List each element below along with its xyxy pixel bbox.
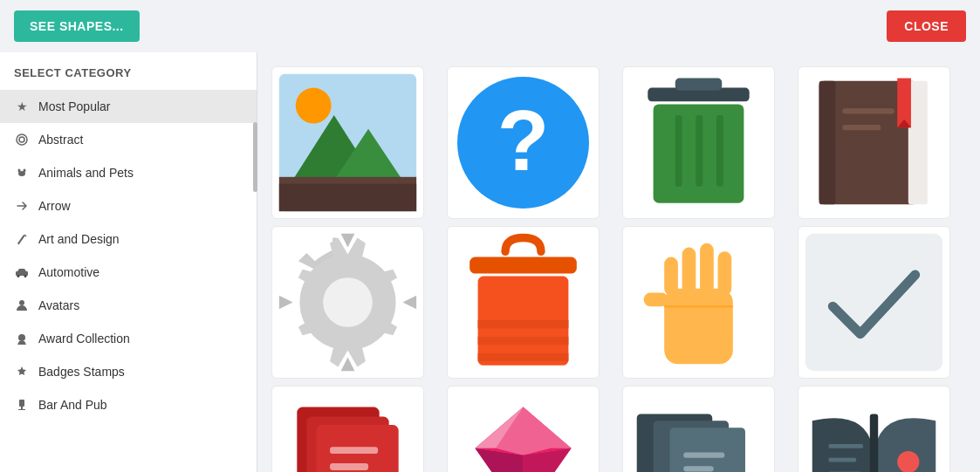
bar-icon — [14, 397, 30, 413]
svg-rect-53 — [330, 447, 378, 454]
sidebar-item-most-popular[interactable]: ★ Most Popular — [0, 90, 257, 123]
icon-grid: ? — [257, 52, 980, 472]
svg-rect-37 — [469, 257, 577, 274]
svg-point-0 — [17, 134, 27, 145]
sidebar-item-award-collection[interactable]: Award Collection — [0, 322, 257, 355]
sidebar-item-art-design[interactable]: Art and Design — [0, 222, 257, 256]
svg-rect-49 — [805, 234, 942, 371]
svg-rect-5 — [16, 271, 28, 276]
car-icon — [14, 264, 30, 280]
svg-point-7 — [24, 275, 27, 277]
icon-card-check[interactable] — [798, 226, 950, 379]
svg-point-14 — [296, 88, 332, 124]
svg-rect-29 — [819, 81, 836, 205]
svg-rect-28 — [908, 81, 928, 205]
sidebar-item-label: Badges Stamps — [38, 365, 125, 379]
sidebar-item-label: Avatars — [38, 298, 79, 312]
svg-point-1 — [19, 137, 24, 142]
svg-rect-42 — [664, 289, 733, 364]
header: SEE SHAPES... CLOSE — [0, 0, 980, 52]
svg-rect-24 — [675, 115, 682, 187]
sidebar-item-label: Art and Design — [38, 232, 120, 246]
svg-rect-10 — [19, 400, 24, 407]
svg-rect-72 — [829, 444, 863, 448]
svg-rect-67 — [683, 452, 724, 457]
award-icon — [14, 331, 30, 346]
svg-rect-46 — [718, 251, 732, 295]
svg-rect-26 — [716, 115, 723, 187]
sidebar-item-abstract[interactable]: Abstract — [0, 123, 257, 156]
svg-point-71 — [897, 451, 919, 472]
svg-rect-43 — [664, 257, 678, 296]
icon-card-trash-orange[interactable] — [447, 226, 600, 379]
star-icon: ★ — [14, 99, 30, 114]
sidebar-item-label: Award Collection — [38, 332, 130, 345]
abstract-icon — [14, 132, 30, 147]
sidebar: SELECT CATEGORY ★ Most Popular Abstract … — [0, 52, 257, 472]
sidebar-item-label: Animals and Pets — [38, 166, 134, 180]
icon-card-landscape[interactable] — [271, 66, 424, 219]
svg-rect-66 — [669, 428, 745, 472]
icon-card-gear[interactable] — [271, 226, 424, 379]
main-layout: SELECT CATEGORY ★ Most Popular Abstract … — [0, 52, 980, 472]
sidebar-item-avatars[interactable]: Avatars — [0, 289, 257, 322]
svg-point-9 — [18, 334, 25, 341]
svg-rect-54 — [330, 463, 368, 470]
icon-card-files2[interactable] — [622, 386, 775, 472]
sidebar-item-label: Arrow — [38, 199, 71, 213]
svg-point-4 — [24, 169, 26, 173]
svg-point-3 — [18, 169, 21, 173]
svg-rect-68 — [683, 466, 714, 471]
arrow-icon — [14, 198, 30, 214]
avatar-icon — [14, 298, 30, 313]
svg-rect-41 — [478, 353, 569, 361]
svg-rect-18 — [279, 184, 416, 211]
close-button[interactable]: CLOSE — [887, 10, 966, 42]
svg-point-8 — [19, 300, 24, 305]
see-shapes-button[interactable]: SEE SHAPES... — [14, 10, 140, 42]
animals-icon — [14, 165, 30, 181]
svg-rect-40 — [478, 337, 569, 345]
sidebar-item-arrow[interactable]: Arrow — [0, 189, 257, 222]
svg-point-36 — [323, 277, 373, 327]
sidebar-title: SELECT CATEGORY — [0, 66, 257, 90]
icon-card-book[interactable] — [798, 66, 950, 219]
svg-rect-33 — [842, 125, 881, 130]
sidebar-item-badges-stamps[interactable]: Badges Stamps — [0, 355, 257, 388]
icon-card-file-stack[interactable] — [271, 386, 424, 472]
svg-rect-12 — [18, 409, 25, 410]
sidebar-item-automotive[interactable]: Automotive — [0, 256, 257, 289]
sidebar-item-label: Bar And Pub — [38, 398, 107, 412]
svg-rect-73 — [829, 458, 856, 462]
svg-rect-45 — [700, 243, 714, 296]
icon-card-hand[interactable] — [622, 226, 775, 379]
svg-point-6 — [17, 275, 20, 277]
svg-rect-32 — [842, 108, 894, 113]
sidebar-item-bar-pub[interactable]: Bar And Pub — [0, 388, 257, 421]
svg-text:?: ? — [497, 93, 550, 188]
badge-icon — [14, 364, 30, 380]
sidebar-item-label: Most Popular — [38, 99, 110, 113]
sidebar-item-label: Abstract — [38, 133, 83, 147]
svg-rect-25 — [696, 115, 702, 187]
svg-rect-47 — [644, 292, 668, 306]
icon-card-book2[interactable] — [798, 386, 950, 472]
icon-card-question[interactable]: ? — [447, 66, 600, 219]
sidebar-item-label: Automotive — [38, 265, 99, 279]
sidebar-item-animals-pets[interactable]: Animals and Pets — [0, 156, 257, 189]
icon-card-trash-green[interactable] — [622, 66, 775, 219]
svg-rect-39 — [478, 320, 569, 328]
svg-rect-70 — [870, 414, 878, 472]
svg-rect-44 — [682, 248, 696, 296]
sidebar-scrollbar[interactable] — [253, 122, 257, 192]
svg-rect-22 — [675, 79, 722, 91]
art-icon — [14, 231, 30, 247]
icon-card-gem[interactable] — [447, 386, 600, 472]
